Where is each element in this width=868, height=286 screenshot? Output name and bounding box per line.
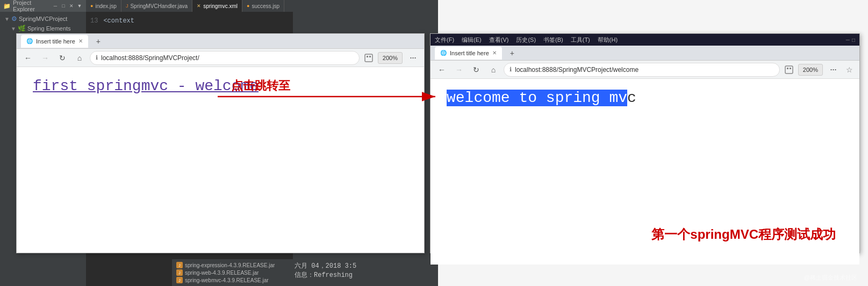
browser-1-forward-btn[interactable]: → [38, 51, 52, 65]
watermark: @稀土掘金技术社区 [804, 274, 857, 282]
jar-icon-3: J [176, 277, 183, 283]
svg-rect-0 [365, 54, 372, 62]
editor-tabs: ● index.jsp J SpringMVCHandler.java ✕ sp… [86, 0, 293, 12]
browser-2-tab[interactable]: 🌐 Insert title here ✕ [435, 47, 502, 60]
jar-icon-2: J [176, 269, 183, 276]
maximize-icon[interactable]: □ [60, 3, 67, 9]
browser-1-titlebar: 🌐 Insert title here ✕ + [17, 34, 424, 49]
menu-tools[interactable]: 工具(T) [571, 36, 590, 44]
browser-1-tab[interactable]: 🌐 Insert title here ✕ [21, 35, 88, 48]
browser-window-1: 🌐 Insert title here ✕ + ← → ↻ ⌂ ℹ localh… [16, 33, 425, 253]
tree-item-project[interactable]: ▼ ⚙ SpringMVCProject [0, 14, 86, 24]
close-icon[interactable]: ✕ [68, 3, 75, 9]
menu-file[interactable]: 文件(F) [435, 36, 454, 44]
jar-icon-1: J [176, 262, 183, 268]
svg-rect-4 [787, 68, 788, 69]
menu-help[interactable]: 帮助(H) [598, 36, 618, 44]
click-jump-label: 点击跳转至 [231, 78, 290, 94]
browser-1-lock-icon: ℹ [96, 54, 98, 61]
svg-rect-3 [785, 66, 793, 74]
browser-2-toolbar: ← → ↻ ⌂ ℹ localhost:8888/SpringMVCProjec… [431, 61, 859, 79]
svg-rect-1 [367, 56, 368, 57]
browser-2-new-tab[interactable]: + [506, 47, 518, 59]
browser-2-screenshot-icon[interactable] [783, 64, 795, 76]
tree-item-spring[interactable]: ▼ 🌿 Spring Elements [0, 24, 86, 33]
tab-handler-java[interactable]: J SpringMVCHandler.java [121, 0, 192, 12]
browser-2-close[interactable]: ✕ [492, 50, 497, 56]
tab-index-jsp[interactable]: ● index.jsp [86, 0, 121, 12]
options-icon[interactable]: ▼ [76, 3, 83, 9]
welcome-link[interactable]: first springmvc - welcome [33, 78, 259, 94]
tab-springmvc-xml[interactable]: ✕ springmvc.xml [192, 0, 242, 12]
browser-2-lock-icon: ℹ [510, 66, 512, 73]
browser-2-more-btn[interactable]: ··· [826, 63, 840, 77]
browser-2-forward-btn[interactable]: → [452, 63, 466, 77]
tab-success-jsp[interactable]: ● success.jsp [242, 0, 284, 12]
code-line-13: 13 <context [90, 16, 289, 26]
window-maximize[interactable]: □ [852, 37, 855, 43]
browser-2-back-btn[interactable]: ← [435, 63, 449, 77]
browser-1-address-bar[interactable]: ℹ localhost:8888/SpringMVCProject/ [90, 51, 360, 65]
menu-history[interactable]: 历史(S) [516, 36, 536, 44]
success-text: 第一个springMVC程序测试成功 [651, 226, 836, 243]
ide-bottom-info: 六月 04，2018 3:5 信息：Refreshing [290, 259, 408, 286]
project-explorer-tab[interactable]: 📁 Project Explorer ─ □ ✕ ▼ [0, 0, 86, 12]
welcome-text-highlighted: welcome to spring mv [447, 90, 627, 106]
menu-edit[interactable]: 编辑(E) [462, 36, 482, 44]
welcome-text-normal: c [627, 90, 636, 106]
browser-1-home-btn[interactable]: ⌂ [73, 51, 87, 65]
browser-1-back-btn[interactable]: ← [21, 51, 35, 65]
browser-2-refresh-btn[interactable]: ↻ [469, 63, 483, 77]
project-tree: ▼ ⚙ SpringMVCProject ▼ 🌿 Spring Elements [0, 12, 86, 35]
browser-2-star-btn[interactable]: ☆ [843, 64, 855, 76]
svg-rect-5 [790, 68, 791, 69]
browser-1-close[interactable]: ✕ [78, 38, 83, 44]
firefox-menubar: 文件(F) 编辑(E) 查看(V) 历史(S) 书签(B) 工具(T) 帮助(H… [431, 34, 859, 46]
minimize-icon[interactable]: ─ [52, 3, 59, 9]
menu-bookmarks[interactable]: 书签(B) [543, 36, 563, 44]
window-minimize[interactable]: ─ [846, 37, 850, 43]
browser-1-new-tab[interactable]: + [92, 35, 104, 47]
browser-1-screenshot-icon[interactable] [363, 52, 375, 64]
browser-1-more-btn[interactable]: ··· [406, 51, 420, 65]
browser-2-titlebar: 🌐 Insert title here ✕ + [431, 46, 859, 61]
browser-2-zoom[interactable]: 200% [798, 64, 823, 76]
svg-rect-2 [369, 56, 371, 57]
browser-2-home-btn[interactable]: ⌂ [486, 63, 500, 77]
browser-1-content: first springmvc - welcome [17, 67, 424, 253]
browser-2-address-bar[interactable]: ℹ localhost:8888/SpringMVCProject/welcom… [504, 63, 780, 77]
browser-1-refresh-btn[interactable]: ↻ [55, 51, 69, 65]
browser-window-2: 文件(F) 编辑(E) 查看(V) 历史(S) 书签(B) 工具(T) 帮助(H… [430, 33, 860, 253]
menu-view[interactable]: 查看(V) [489, 36, 509, 44]
browser-1-zoom[interactable]: 200% [378, 52, 403, 64]
browser-1-toolbar: ← → ↻ ⌂ ℹ localhost:8888/SpringMVCProjec… [17, 49, 424, 67]
